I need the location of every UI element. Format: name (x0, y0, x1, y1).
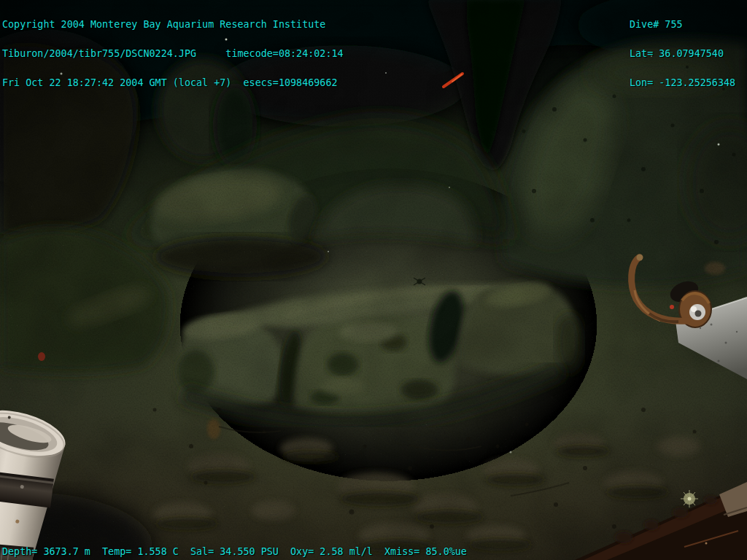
overlay-telemetry: Depth= 3673.7 m Temp= 1.558 C Sal= 34.55… (2, 547, 467, 556)
dive-number: Dive# 755 (630, 20, 735, 29)
rov-video-frame: Copyright 2004 Monterey Bay Aquarium Res… (0, 0, 747, 560)
datetime-esecs-line: Fri Oct 22 18:27:42 2004 GMT (local +7) … (2, 78, 344, 88)
red-anemone (38, 352, 45, 361)
longitude: Lon= -123.25256348 (630, 78, 735, 88)
copyright-line: Copyright 2004 Monterey Bay Aquarium Res… (2, 20, 344, 29)
overlay-top-right: Dive# 755 Lat= 36.07947540 Lon= -123.252… (630, 1, 735, 106)
file-timecode-line: Tiburon/2004/tibr755/DSCN0224.JPG timeco… (2, 49, 344, 58)
overlay-top-left: Copyright 2004 Monterey Bay Aquarium Res… (2, 1, 344, 106)
latitude: Lat= 36.07947540 (630, 49, 735, 58)
